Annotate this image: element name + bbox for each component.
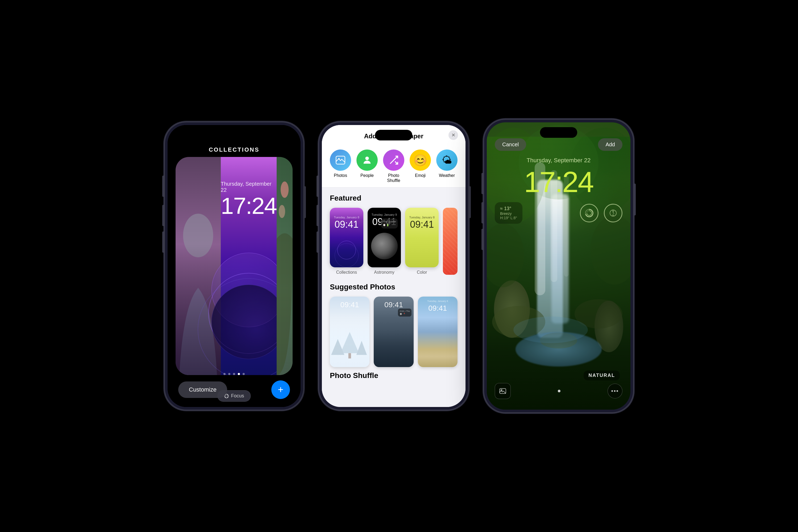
phone-1-screen: COLLECTIONS Thursday, September 22 17:24 — [168, 125, 301, 407]
type-photos[interactable]: Photos — [330, 150, 351, 183]
type-weather[interactable]: 🌤 Weather — [436, 150, 457, 183]
bottom-bar: Customize + — [168, 380, 301, 399]
phone1-time: 17:24 — [221, 194, 277, 217]
modal-content: Featured Tuesday, January 8 09:41 Collec… — [322, 188, 466, 407]
dynamic-island-3 — [540, 127, 577, 138]
p3-bottom-bar: ••• — [495, 383, 623, 399]
phone3-time: 17:24 — [487, 165, 630, 199]
moon-graphic — [371, 233, 398, 259]
color-feat-label: Color — [417, 270, 427, 275]
extra-preview — [443, 208, 457, 274]
svg-point-15 — [487, 224, 524, 287]
activity-ring-icon — [584, 208, 594, 218]
photo-library-icon — [499, 387, 507, 395]
add-wallpaper-button[interactable]: + — [271, 380, 290, 399]
svg-marker-8 — [341, 332, 359, 353]
fp-col2-time: 09:41 — [410, 219, 434, 230]
snow-preview: 09:41 — [330, 297, 369, 367]
people-svg — [362, 155, 373, 166]
weather-label: Weather — [439, 173, 455, 178]
featured-extra — [443, 208, 457, 274]
fp-col-date: Tuesday, January 8 — [334, 216, 359, 219]
snow-trees-svg — [330, 332, 369, 367]
widget-icons — [580, 204, 623, 222]
suggested-beach[interactable]: Tuesday, January 8 09:41 — [418, 297, 457, 367]
watch-widget[interactable] — [604, 204, 623, 222]
add-button[interactable]: Add — [598, 138, 623, 151]
featured-grid: Tuesday, January 8 09:41 Collections Tue… — [330, 208, 457, 274]
dot-4 — [238, 373, 240, 375]
widgets-row: ≈ 13° Breezy H:19° L:8° — [495, 202, 623, 224]
natural-filter-label: NATURAL — [584, 370, 620, 380]
svg-point-5 — [365, 157, 369, 160]
more-options-button[interactable]: ••• — [608, 384, 623, 398]
cancel-button[interactable]: Cancel — [495, 138, 526, 151]
fp-ast-info: First Quarter ⌚ 🔋 — [381, 218, 398, 228]
suggested-hills[interactable]: 09:41 4 km • Thu ⌚ 📍 — [374, 297, 413, 367]
shuffle-svg — [388, 155, 399, 166]
svg-rect-11 — [348, 353, 351, 358]
astronomy-preview: Tuesday, January 9 09:41 First Quarter ⌚… — [367, 208, 401, 267]
type-people[interactable]: People — [357, 150, 378, 183]
dot-3 — [233, 373, 235, 375]
suggested-heading: Suggested Photos — [330, 283, 457, 291]
shuffle-label: Photo Shuffle — [383, 173, 404, 183]
modal-close-button[interactable]: ✕ — [449, 130, 458, 140]
svg-point-0 — [183, 214, 213, 257]
dot-2 — [228, 373, 230, 375]
circle-top — [211, 253, 286, 327]
fp-col-time: 09:41 — [335, 219, 359, 230]
featured-astronomy[interactable]: Tuesday, January 9 09:41 First Quarter ⌚… — [367, 208, 401, 274]
beach-date: Tuesday, January 8 — [427, 300, 448, 302]
main-wallpaper: Thursday, September 22 17:24 — [221, 157, 277, 375]
add-wallpaper-modal: Add New Wallpaper ✕ Photos — [322, 125, 466, 407]
dynamic-island-1 — [215, 130, 253, 140]
right-photo-strip — [277, 157, 292, 375]
weather-type-icon: 🌤 — [436, 150, 457, 171]
people-label: People — [360, 173, 374, 178]
dot-1 — [224, 373, 226, 375]
hills-preview: 09:41 4 km • Thu ⌚ 📍 — [374, 297, 413, 367]
suggested-snow[interactable]: 09:41 — [330, 297, 369, 367]
fp-ast-date: Tuesday, January 9 — [372, 213, 397, 216]
people-icon — [357, 150, 378, 171]
svg-rect-30 — [612, 215, 614, 216]
hills-info: 4 km • Thu ⌚ 📍 — [398, 308, 411, 317]
circle-bottom — [211, 285, 286, 359]
phone-3: Cancel Add Thursday, September 22 17:24 … — [484, 120, 633, 412]
collections-feat-label: Collections — [336, 270, 357, 275]
svg-point-1 — [281, 182, 289, 198]
svg-point-23 — [513, 317, 588, 343]
svg-point-2 — [279, 205, 285, 218]
beach-time: 09:41 — [428, 304, 447, 312]
svg-line-32 — [613, 213, 614, 214]
activity-widget[interactable] — [580, 204, 598, 222]
wallpaper-area: Thursday, September 22 17:24 — [175, 157, 292, 375]
featured-heading: Featured — [330, 194, 457, 203]
page-dots — [168, 373, 301, 375]
weather-widget[interactable]: ≈ 13° Breezy H:19° L:8° — [495, 202, 522, 224]
featured-collections[interactable]: Tuesday, January 8 09:41 Collections — [330, 208, 363, 274]
photos-label: Photos — [334, 173, 347, 178]
phone-1: COLLECTIONS Thursday, September 22 17:24 — [165, 122, 303, 410]
beach-preview: Tuesday, January 8 09:41 — [418, 297, 457, 367]
dynamic-island-2 — [375, 130, 412, 140]
p3-dot — [558, 390, 560, 392]
svg-marker-10 — [357, 341, 367, 355]
suggested-grid: 09:41 — [330, 297, 457, 367]
watch-icon — [609, 209, 618, 217]
type-emoji[interactable]: 😊 Emoji — [410, 150, 431, 183]
svg-rect-29 — [612, 210, 614, 211]
collections-preview: Tuesday, January 8 09:41 — [330, 208, 363, 267]
customize-button[interactable]: Customize — [178, 381, 227, 398]
svg-marker-9 — [331, 339, 344, 355]
svg-point-16 — [590, 215, 630, 285]
type-photo-shuffle[interactable]: Photo Shuffle — [383, 150, 404, 183]
photo-shuffle-section-label: Photo Shuffle — [330, 371, 457, 385]
phone-3-screen: Cancel Add Thursday, September 22 17:24 … — [487, 122, 630, 410]
dot-5 — [243, 373, 245, 375]
photo-library-button[interactable] — [495, 383, 511, 399]
phone-2: Add New Wallpaper ✕ Photos — [319, 122, 468, 410]
collections-label: COLLECTIONS — [168, 146, 301, 153]
featured-color[interactable]: Tuesday, January 8 09:41 Color — [405, 208, 439, 274]
